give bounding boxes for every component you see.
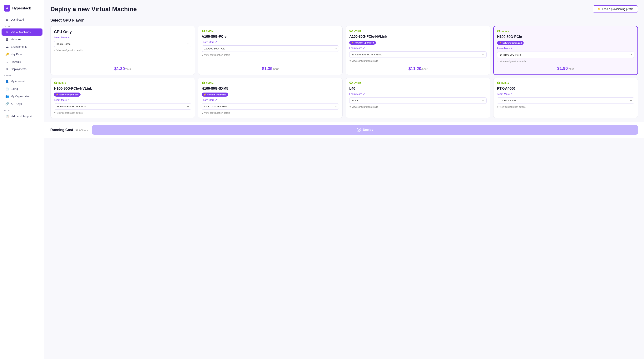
deploy-button[interactable]: ⏱ Deploy xyxy=(92,125,638,135)
config-details[interactable]: ∨ View configuration details xyxy=(349,60,486,62)
sidebar-icon-billing: 📄 xyxy=(6,87,9,91)
card-title: H100-80G-PCIe-NVLink xyxy=(54,87,191,91)
gpu-card-l40[interactable]: NVIDIA L40Learn More ↗1x L40 ∨ View conf… xyxy=(346,78,490,118)
nvidia-logo: NVIDIA xyxy=(202,82,339,85)
nvidia-logo: NVIDIA xyxy=(497,30,634,33)
gpu-card-h100-sxm5[interactable]: NVIDIA H100-80G-SXM5 ⚡ Network Optimized… xyxy=(198,78,342,118)
config-details[interactable]: ∨ View configuration details xyxy=(202,112,339,114)
nvidia-logo: NVIDIA xyxy=(202,30,339,33)
load-profile-button[interactable]: 📁 Load a provisioning profile xyxy=(593,6,638,13)
sidebar-icon-my-account: 👤 xyxy=(6,80,9,83)
sidebar-icon-virtual-machines: 🖥 xyxy=(6,31,9,34)
nvidia-eye-icon xyxy=(202,30,205,33)
gpu-card-a100-pcie[interactable]: NVIDIA A100-80G-PCIeLearn More ↗1x A100-… xyxy=(198,26,342,75)
sidebar-icon-volumes: 🗄 xyxy=(6,38,9,41)
sidebar-item-environments[interactable]: ☁ Environments xyxy=(2,43,42,50)
flavor-select[interactable]: 8x A100-80G-PCIe-NVLink xyxy=(349,51,486,58)
chevron-icon: ∨ xyxy=(349,60,351,62)
config-label: View configuration details xyxy=(352,106,378,108)
config-label: View configuration details xyxy=(56,112,83,114)
sidebar: Hyperstack ▦ DashboardCLOUD🖥 Virtual Mac… xyxy=(0,0,44,359)
sidebar-section-manage: MANAGE xyxy=(0,73,44,78)
learn-more-link[interactable]: Learn More ↗ xyxy=(54,36,191,39)
logo-text: Hyperstack xyxy=(12,6,31,11)
config-details[interactable]: ∨ View configuration details xyxy=(497,106,634,108)
sidebar-item-key-pairs[interactable]: 🔑 Key Pairs xyxy=(2,51,42,58)
page-header: Deploy a new Virtual Machine 📁 Load a pr… xyxy=(50,6,638,13)
flavor-select[interactable]: n1-cpu-large xyxy=(54,41,191,47)
config-details[interactable]: ∨ View configuration details xyxy=(54,49,191,52)
config-details[interactable]: ∨ View configuration details xyxy=(202,54,339,56)
sidebar-label-key-pairs: Key Pairs xyxy=(11,53,22,56)
badge-text: Network Optimized xyxy=(207,94,226,96)
card-title: H100-80G-SXM5 xyxy=(202,87,339,91)
clock-icon: ⏱ xyxy=(357,128,361,132)
sidebar-item-deployments[interactable]: 🗂 Deployments xyxy=(2,65,42,73)
sidebar-nav: ▦ DashboardCLOUD🖥 Virtual Machines🗄 Volu… xyxy=(0,16,44,120)
learn-more-link[interactable]: Learn More ↗ xyxy=(349,47,486,50)
sidebar-item-volumes[interactable]: 🗄 Volumes xyxy=(2,36,42,43)
learn-more-link[interactable]: Learn More ↗ xyxy=(497,93,634,95)
card-title: H100-80G-PCIe xyxy=(497,35,634,39)
nvidia-text: NVIDIA xyxy=(354,30,362,32)
flavor-select[interactable]: 10x RTX-A4000 xyxy=(497,97,634,104)
network-badge: ⚡ Network Optimized xyxy=(54,93,80,97)
learn-more-link[interactable]: Learn More ↗ xyxy=(349,93,486,95)
learn-more-link[interactable]: Learn More ↗ xyxy=(202,99,339,101)
sidebar-icon-my-organization: 👥 xyxy=(6,95,9,98)
config-label: View configuration details xyxy=(500,60,526,63)
sidebar-icon-deployments: 🗂 xyxy=(6,67,9,71)
card-title: A100-80G-PCIe-NVLink xyxy=(349,35,486,39)
learn-more-link[interactable]: Learn More ↗ xyxy=(54,99,191,101)
sidebar-label-dashboard: Dashboard xyxy=(11,18,24,21)
price-unit: /hour xyxy=(82,129,88,132)
flavor-select[interactable]: 1x H100-80G-PCIe xyxy=(497,52,634,58)
sidebar-label-my-account: My Account xyxy=(11,80,24,83)
price-value: $1.90 xyxy=(75,129,82,132)
flavor-select[interactable]: 1x L40 xyxy=(349,97,486,104)
card-price: $1.30/hour xyxy=(54,65,191,71)
sidebar-item-billing[interactable]: 📄 Billing xyxy=(2,85,42,93)
deploy-label: Deploy xyxy=(363,128,373,132)
nvidia-eye-icon xyxy=(497,82,500,85)
badge-text: Network Optimized xyxy=(355,42,374,44)
gpu-card-h100-pcie[interactable]: NVIDIA H100-80G-PCIe ⚡ Network Optimized… xyxy=(493,26,638,75)
flavor-select[interactable]: 8x H100-80G-SXM5 xyxy=(202,103,339,110)
sidebar-label-virtual-machines: Virtual Machines xyxy=(11,31,30,34)
sidebar-item-help-support[interactable]: 📋 Help and Support xyxy=(2,113,42,120)
price-unit: /hour xyxy=(125,68,131,71)
config-label: View configuration details xyxy=(56,49,83,52)
lightning-icon: ⚡ xyxy=(499,42,502,44)
config-details[interactable]: ∨ View configuration details xyxy=(54,112,191,114)
flavor-select[interactable]: 1x A100-80G-PCIe xyxy=(202,45,339,52)
price-unit: /hour xyxy=(422,68,428,71)
gpu-grid: CPU OnlyLearn More ↗n1-cpu-large ∨ View … xyxy=(50,26,638,118)
gpu-card-h100-nvlink[interactable]: NVIDIA H100-80G-PCIe-NVLink ⚡ Network Op… xyxy=(50,78,195,118)
config-label: View configuration details xyxy=(204,54,230,56)
nvidia-logo: NVIDIA xyxy=(349,82,486,85)
config-details[interactable]: ∨ View configuration details xyxy=(497,60,634,63)
sidebar-label-my-organization: My Organization xyxy=(11,95,30,98)
gpu-card-a100-nvlink[interactable]: NVIDIA A100-80G-PCIe-NVLink ⚡ Network Op… xyxy=(346,26,490,75)
price-unit: /hour xyxy=(568,67,574,70)
logo-icon xyxy=(4,5,10,12)
chevron-icon: ∨ xyxy=(54,49,56,52)
chevron-icon: ∨ xyxy=(497,60,499,63)
chevron-icon: ∨ xyxy=(497,106,499,108)
learn-more-link[interactable]: Learn More ↗ xyxy=(202,41,339,44)
nvidia-eye-icon xyxy=(202,82,205,85)
gpu-card-cpu-only[interactable]: CPU OnlyLearn More ↗n1-cpu-large ∨ View … xyxy=(50,26,195,75)
config-details[interactable]: ∨ View configuration details xyxy=(349,106,486,108)
learn-more-link[interactable]: Learn More ↗ xyxy=(497,47,634,50)
sidebar-section-help: HELP xyxy=(0,108,44,113)
running-cost-price: $1.90/hour xyxy=(75,127,88,133)
sidebar-item-my-account[interactable]: 👤 My Account xyxy=(2,78,42,85)
gpu-card-rtx-a4000[interactable]: NVIDIA RTX-A4000Learn More ↗10x RTX-A400… xyxy=(493,78,638,118)
sidebar-item-my-organization[interactable]: 👥 My Organization xyxy=(2,93,42,100)
sidebar-item-virtual-machines[interactable]: 🖥 Virtual Machines xyxy=(2,29,42,36)
flavor-select[interactable]: 8x H100-80G-PCIe-NVLink xyxy=(54,103,191,110)
sidebar-item-dashboard[interactable]: ▦ Dashboard xyxy=(2,16,42,23)
chevron-icon: ∨ xyxy=(349,106,351,108)
sidebar-item-firewalls[interactable]: 🛡 Firewalls xyxy=(2,58,42,65)
sidebar-item-api-keys[interactable]: 🔗 API Keys xyxy=(2,100,42,108)
